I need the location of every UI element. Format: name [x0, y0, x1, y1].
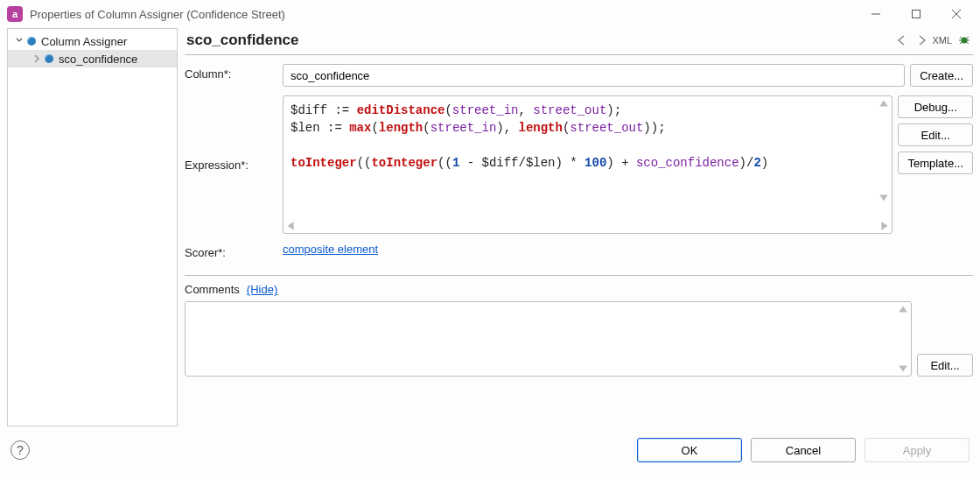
maximize-button[interactable] — [896, 0, 936, 28]
svg-line-7 — [960, 37, 962, 39]
column-input[interactable] — [283, 64, 905, 87]
nav-forward-icon[interactable] — [913, 32, 930, 48]
edit-button[interactable]: Edit... — [898, 123, 973, 146]
tree-label: sco_confidence — [59, 53, 137, 66]
tree-node-root[interactable]: Column Assigner — [8, 32, 177, 50]
help-button[interactable]: ? — [10, 440, 30, 460]
svg-marker-12 — [880, 194, 889, 201]
scroll-down-icon[interactable] — [878, 193, 889, 203]
tree-label: Column Assigner — [41, 35, 127, 48]
scroll-down-icon[interactable] — [898, 363, 908, 374]
svg-marker-16 — [899, 365, 907, 371]
svg-line-8 — [967, 37, 970, 39]
vertical-scrollbar[interactable] — [878, 98, 890, 203]
app-icon: a — [7, 6, 23, 22]
window-controls — [856, 0, 976, 28]
svg-marker-14 — [882, 222, 888, 230]
scroll-right-icon[interactable] — [879, 221, 890, 231]
expression-label: Expression*: — [185, 158, 248, 172]
scroll-up-icon[interactable] — [878, 98, 889, 109]
ok-button[interactable]: OK — [637, 438, 742, 462]
comments-hide-link[interactable]: (Hide) — [247, 283, 277, 296]
column-label: Column*: — [185, 64, 283, 81]
apply-button: Apply — [864, 438, 970, 462]
expander-icon[interactable] — [13, 35, 25, 47]
cancel-button[interactable]: Cancel — [751, 438, 856, 462]
node-icon — [45, 54, 53, 63]
comments-textarea[interactable] — [185, 301, 912, 377]
expression-editor[interactable]: $diff := editDistance(street_in, street_… — [283, 95, 892, 234]
scorer-label: Scorer*: — [185, 243, 283, 259]
window-title: Properties of Column Assigner (Confidenc… — [30, 8, 856, 21]
expander-icon[interactable] — [31, 53, 43, 65]
node-icon — [27, 37, 36, 46]
svg-line-10 — [967, 42, 970, 44]
scroll-up-icon[interactable] — [898, 304, 908, 314]
template-button[interactable]: Template... — [898, 151, 973, 174]
xml-toggle[interactable]: XML — [932, 35, 952, 46]
titlebar: a Properties of Column Assigner (Confide… — [0, 0, 980, 28]
svg-marker-15 — [899, 306, 907, 312]
svg-marker-13 — [287, 222, 293, 230]
create-button[interactable]: Create... — [910, 64, 973, 87]
horizontal-scrollbar[interactable] — [284, 219, 892, 233]
page-title: sco_confidence — [186, 32, 892, 49]
minimize-button[interactable] — [856, 0, 896, 28]
scorer-link[interactable]: composite element — [283, 243, 378, 256]
comments-label: Comments — [185, 283, 240, 296]
scroll-left-icon[interactable] — [285, 221, 296, 231]
tree-panel[interactable]: Column Assigner sco_confidence — [7, 28, 178, 426]
debug-bug-icon[interactable] — [956, 32, 973, 48]
nav-back-icon[interactable] — [893, 32, 911, 48]
svg-rect-1 — [913, 11, 920, 18]
comments-edit-button[interactable]: Edit... — [917, 354, 973, 377]
tree-node-child[interactable]: sco_confidence — [8, 50, 177, 67]
svg-line-9 — [960, 42, 962, 44]
vertical-scrollbar[interactable] — [897, 304, 909, 374]
close-button[interactable] — [936, 0, 976, 28]
svg-marker-11 — [880, 100, 889, 106]
debug-button[interactable]: Debug... — [898, 95, 973, 118]
